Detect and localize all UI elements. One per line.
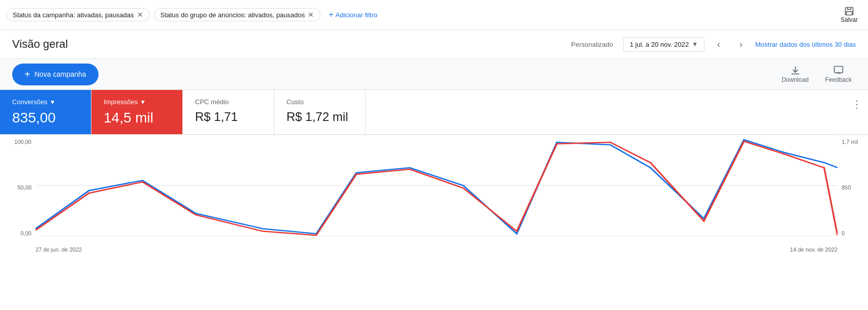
y-label-mid-right: 850 <box>842 184 851 191</box>
close-icon[interactable]: ✕ <box>137 11 143 19</box>
date-picker[interactable]: 1 jul. a 20 nov. 2022 ▼ <box>623 37 704 52</box>
new-campaign-button[interactable]: + Nova campanha <box>12 64 99 85</box>
toolbar-right: Download Feedback <box>778 63 856 85</box>
custo-label: Custo <box>286 98 353 106</box>
impressoes-value: 14,5 mil <box>104 110 170 126</box>
x-label-end: 14 de nov. de 2022 <box>790 246 838 253</box>
next-date-button[interactable]: › <box>733 36 749 52</box>
x-labels: 27 de jun. de 2022 14 de nov. de 2022 <box>36 246 838 253</box>
custo-value: R$ 1,72 mil <box>286 110 353 124</box>
personalizado-label: Personalizado <box>571 41 613 48</box>
adgroup-status-filter[interactable]: Status do grupo de anúncios: ativados, p… <box>154 8 321 21</box>
chevron-down-icon: ▼ <box>692 41 698 48</box>
impressoes-label: Impressões ▼ <box>104 98 170 106</box>
save-icon <box>844 6 854 16</box>
y-labels-right: 1,7 mil 850 0 <box>838 135 868 236</box>
chart-svg <box>36 135 838 236</box>
chart-svg-container <box>36 135 838 236</box>
plus-icon: + <box>329 10 333 19</box>
feedback-button[interactable]: Feedback <box>821 63 856 85</box>
impressoes-card[interactable]: Impressões ▼ 14,5 mil <box>91 90 183 134</box>
dropdown-icon: ▼ <box>140 99 146 106</box>
close-icon[interactable]: ✕ <box>308 11 314 19</box>
download-icon <box>790 65 800 75</box>
feedback-icon <box>833 65 844 75</box>
y-labels-left: 100,00 50,00 0,00 <box>0 135 36 236</box>
y-label-top-right: 1,7 mil <box>842 139 858 145</box>
cpc-medio-label: CPC médio <box>195 98 262 106</box>
y-label-top-left: 100,00 <box>14 139 31 145</box>
chart-area: 100,00 50,00 0,00 1,7 mil 850 0 27 de ju… <box>0 135 868 257</box>
plus-icon: + <box>24 69 30 80</box>
dropdown-icon: ▼ <box>49 99 55 106</box>
download-button[interactable]: Download <box>778 63 813 85</box>
save-button[interactable]: Salvar <box>837 4 862 25</box>
more-options-button[interactable]: ⋮ <box>846 90 868 134</box>
conversoes-label: Conversões ▼ <box>12 98 79 106</box>
metrics-section: Conversões ▼ 835,00 Impressões ▼ 14,5 mi… <box>0 90 868 257</box>
add-filter-button[interactable]: + Adicionar filtro <box>325 8 381 21</box>
conversoes-value: 835,00 <box>12 110 79 126</box>
metrics-cards: Conversões ▼ 835,00 Impressões ▼ 14,5 mi… <box>0 90 868 135</box>
conversoes-card[interactable]: Conversões ▼ 835,00 <box>0 90 91 134</box>
prev-date-button[interactable]: ‹ <box>711 36 727 52</box>
filter-bar: Status da campanha: ativadas, pausadas ✕… <box>0 0 868 30</box>
header-row: Visão geral Personalizado 1 jul. a 20 no… <box>0 30 868 58</box>
show-last-30-link[interactable]: Mostrar dados dos últimos 30 dias <box>755 41 856 48</box>
page-title: Visão geral <box>12 38 565 51</box>
toolbar: + Nova campanha Download Feedback <box>0 58 868 90</box>
cpc-medio-value: R$ 1,71 <box>195 110 262 124</box>
campaign-status-filter[interactable]: Status da campanha: ativadas, pausadas ✕ <box>6 8 150 21</box>
x-label-start: 27 de jun. de 2022 <box>36 246 82 253</box>
custo-card: Custo R$ 1,72 mil <box>274 90 366 134</box>
y-label-bot-left: 0,00 <box>21 230 31 236</box>
date-range-text: 1 jul. a 20 nov. 2022 <box>630 41 689 48</box>
cpc-medio-card: CPC médio R$ 1,71 <box>183 90 274 134</box>
y-label-bot-right: 0 <box>842 230 845 236</box>
y-label-mid-left: 50,00 <box>17 184 31 191</box>
